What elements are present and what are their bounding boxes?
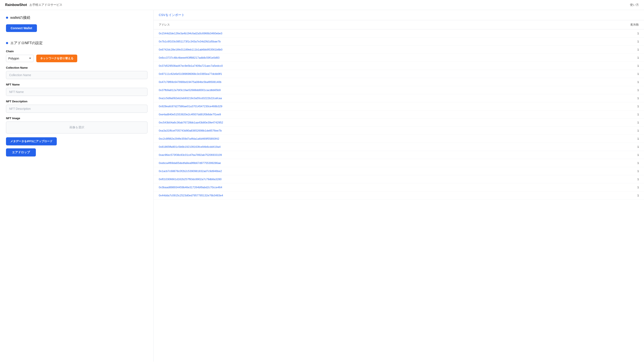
how-to-use-link[interactable]: 使い方 [630,3,639,7]
table-row: 0xebca4f69da65dedfa8ea9f8b67d97755399286… [154,159,644,167]
address-link[interactable]: 0x44dda7c0915c2523d0ed7957785132e76b3483… [159,194,223,197]
address-cell: 0xc543b04a6c36ab76728bb1aa43b80e39e47429… [154,118,546,127]
address-link[interactable]: 0x37fb9a812a7bf3c1fae52688dd0001cacdbb65… [159,88,221,92]
address-link[interactable]: 0x7b1c6f103c0851173f1c343a7e34d2fd1d5bae… [159,40,221,43]
nft-name-input[interactable] [6,88,148,96]
table-row: 0xac96ec573f38c83c01cd7ba7892ab752069331… [154,151,644,159]
collection-name-label: Collection Name [6,66,148,69]
ipfs-upload-button[interactable]: メタデータをIPFSにアップロード [6,137,57,145]
table-row: 0xc543b04a6c36ab76728bb1aa43b80e39e47429… [154,118,644,127]
count-cell: 1 [546,191,644,200]
address-cell: 0xebca4f69da65dedfa8ea9f8b67d97755399286… [154,159,546,167]
address-link[interactable]: 0xc543b04a6c36ab76728bb1aa43b80e39e47429… [159,121,223,124]
address-link[interactable]: 0xebca4f69da65dedfa8ea9f8b67d97755399286… [159,161,221,165]
count-cell: 1 [546,183,644,191]
count-cell: 1 [546,70,644,78]
address-link[interactable]: 0xac96ec573f38c83c01cd7ba7892ab752069331… [159,153,222,156]
address-cell: 0xc2c8f982e294fe359d7a4fda1a6d469f55893f… [154,135,546,143]
address-link[interactable]: 0xa1c5d9a092eb2eb93219c0a55cd3222b22cafc… [159,97,222,100]
address-cell: 0x37fb9a812a7bf3c1fae52688dd0001cacdbb65… [154,86,546,94]
address-cell: 0x928eafc87d27586ae01a37014547230ce468b3… [154,102,546,110]
image-upload-area[interactable]: 画像を選択 [6,121,148,133]
collection-name-field-group: Collection Name [6,66,148,79]
airdrop-button[interactable]: エアドロップ [6,148,36,156]
section2-title: エアドロNFTの設定 [10,40,43,45]
count-cell: 1 [546,102,644,110]
header-subtitle: お手軽エアドロサービス [30,3,62,7]
address-cell: 0xa1c5d9a092eb2eb93219c0a55cd3222b22cafc… [154,94,546,102]
address-cell: 0x7b1c6f103c0851173f1c343a7e34d2fd1d5bae… [154,37,546,46]
address-cell: 0xac96ec573f38c83c01cd7ba7892ab752069331… [154,151,546,159]
table-head: アドレス 配布数 [154,20,644,29]
nft-name-field-group: NFT Name [6,83,148,96]
table-row: 0x3baad898934459b46e317264bf9abd2c70cce4… [154,183,644,191]
count-cell: 1 [546,151,644,159]
address-link[interactable]: 0xe4ad840e51553920e2c4f007dd91f0b6de7f1e… [159,113,221,116]
address-link[interactable]: 0x3baad898934459b46e317264bf9abd2c70cce4… [159,186,222,189]
address-link[interactable]: 0xf010306661d162b257f93dc8902a7c79db8a32… [159,178,222,181]
address-link[interactable]: 0x6cc3737c48c4beeef43ff88217adb8c59f1e0d… [159,56,220,59]
section2-bullet [6,42,8,44]
connect-wallet-button[interactable]: Connect Wallet [6,24,37,32]
address-link[interactable]: 0x47c78f69c647890bd19475a084bc5baf850814… [159,80,222,84]
section2: エアドロNFTの設定 Chain Polygon Ethereum Arbitr… [6,40,148,156]
address-cell: 0x81865ffa901c5b6b192109163fce94b6cdd419… [154,143,546,151]
count-cell: 1 [546,94,644,102]
count-cell: 1 [546,135,644,143]
address-cell: 0xa3a31f6cef705743d90a83652698b1de8576ee… [154,127,546,135]
address-cell: 0x44dda7c0915c2523d0ed7957785132e76b3483… [154,191,546,200]
count-cell: 1 [546,86,644,94]
main-layout: walletの接続 Connect Wallet エアドロNFTの設定 Chai… [0,10,644,362]
nft-description-field-group: NFT Description [6,100,148,113]
address-link[interactable]: 0x37d529508ad47ec9e5b1a7409a721aec7a5edc… [159,64,223,67]
table-row: 0xc2c8f982e294fe359d7a4fda1a6d469f55893f… [154,135,644,143]
address-cell: 0x6742dc28e16fe31189eb111b1ab6bb953561b6… [154,46,546,54]
table-row: 0xf010306661d162b257f93dc8902a7c79db8a32… [154,175,644,183]
table-row: 0x37d529508ad47ec9e5b1a7409a721aec7a5edc… [154,62,644,70]
table-row: 0x1544d2de126e3a4b194cfad2a5c6966b3460eb… [154,29,644,37]
table-row: 0xa1c5d9a092eb2eb93219c0a55cd3222b22cafc… [154,94,644,102]
address-cell: 0xe4ad840e51553920e2c4f007dd91f0b6de7f1e… [154,110,546,118]
count-cell: 1 [546,62,644,70]
address-link[interactable]: 0x97111c62e6e51089696068c3c0365ea77dcbb9… [159,72,222,75]
count-cell: 1 [546,118,644,127]
chain-select[interactable]: Polygon Ethereum Arbitrum [6,55,34,62]
address-link[interactable]: 0xa3a31f6cef705743d90a83652698b1de8576ee… [159,129,222,132]
table-row: 0x6cc3737c48c4beeef43ff88217adb8c59f1e0d… [154,54,644,62]
address-link[interactable]: 0x81865ffa901c5b6b192109163fce94b6cdd419… [159,145,221,148]
table-row: 0x7b1c6f103c0851173f1c343a7e34d2fd1d5bae… [154,37,644,46]
address-cell: 0xf010306661d162b257f93dc8902a7c79db8a32… [154,175,546,183]
table-row: 0x1acb7c68878c0f2b2c5390981832ad7c9d946b… [154,167,644,175]
table-row: 0x81865ffa901c5b6b192109163fce94b6cdd419… [154,143,644,151]
address-cell: 0x6cc3737c48c4beeef43ff88217adb8c59f1e0d… [154,54,546,62]
nft-name-label: NFT Name [6,83,148,86]
nft-image-label: NFT Image [6,117,148,120]
brand-name: RainbowShot [5,3,27,7]
table-row: 0x44dda7c0915c2523d0ed7957785132e76b3483… [154,191,644,200]
chain-field-group: Chain Polygon Ethereum Arbitrum ネットワークを切… [6,50,148,62]
right-panel: CSVをインポート アドレス 配布数 0x1544d2de126e3a4b194… [154,10,644,362]
table-body: 0x1544d2de126e3a4b194cfad2a5c6966b3460eb… [154,29,644,200]
address-cell: 0x47c78f69c647890bd19475a084bc5baf850814… [154,78,546,86]
nft-description-input[interactable] [6,105,148,113]
address-link[interactable]: 0x1544d2de126e3a4b194cfad2a5c6966b3460eb… [159,32,222,35]
count-cell: 1 [546,167,644,175]
table-row: 0xe4ad840e51553920e2c4f007dd91f0b6de7f1e… [154,110,644,118]
table-row: 0x97111c62e6e51089696068c3c0365ea77dcbb9… [154,70,644,78]
address-link[interactable]: 0xc2c8f982e294fe359d7a4fda1a6d469f55893f… [159,137,219,140]
right-panel-header: CSVをインポート [154,10,644,20]
address-link[interactable]: 0x1acb7c68878c0f2b2c5390981832ad7c9d946b… [159,169,222,173]
csv-import-link[interactable]: CSVをインポート [159,13,184,17]
address-cell: 0x37d529508ad47ec9e5b1a7409a721aec7a5edc… [154,62,546,70]
col-address-header: アドレス [154,20,546,29]
address-table: アドレス 配布数 0x1544d2de126e3a4b194cfad2a5c69… [154,20,644,200]
table-row: 0x47c78f69c647890bd19475a084bc5baf850814… [154,78,644,86]
address-link[interactable]: 0x928eafc87d27586ae01a37014547230ce468b3… [159,105,222,108]
switch-network-button[interactable]: ネットワークを切り替える [36,54,77,62]
address-link[interactable]: 0x6742dc28e16fe31189eb111b1ab6bb953561b6… [159,48,222,51]
left-panel: walletの接続 Connect Wallet エアドロNFTの設定 Chai… [0,10,154,362]
count-cell: 1 [546,29,644,37]
collection-name-input[interactable] [6,71,148,79]
section1-bullet [6,17,8,19]
section1-header: walletの接続 [6,15,148,20]
